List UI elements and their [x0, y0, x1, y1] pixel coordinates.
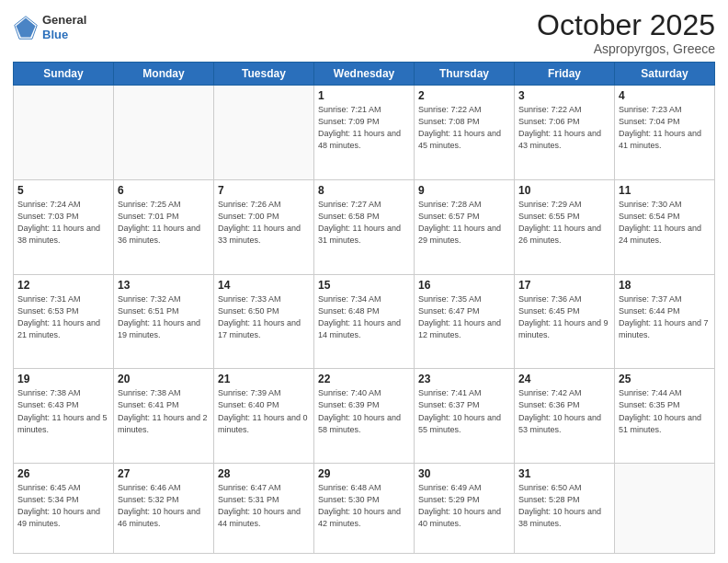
- day-info: Sunrise: 6:49 AM Sunset: 5:29 PM Dayligh…: [418, 482, 510, 530]
- table-row: 26Sunrise: 6:45 AM Sunset: 5:34 PM Dayli…: [14, 464, 114, 554]
- logo-general: General: [42, 13, 86, 27]
- day-number: 25: [619, 373, 711, 385]
- day-info: Sunrise: 7:44 AM Sunset: 6:35 PM Dayligh…: [619, 387, 711, 435]
- col-monday: Monday: [114, 63, 214, 86]
- day-number: 9: [418, 184, 510, 197]
- table-row: 15Sunrise: 7:34 AM Sunset: 6:48 PM Dayli…: [314, 274, 415, 369]
- table-row: 5Sunrise: 7:24 AM Sunset: 7:03 PM Daylig…: [14, 179, 114, 274]
- table-row: 7Sunrise: 7:26 AM Sunset: 7:00 PM Daylig…: [214, 179, 314, 274]
- day-info: Sunrise: 7:24 AM Sunset: 7:03 PM Dayligh…: [17, 199, 109, 247]
- day-number: 13: [118, 279, 210, 292]
- day-number: 22: [318, 373, 410, 385]
- table-row: [615, 464, 715, 554]
- day-info: Sunrise: 7:38 AM Sunset: 6:43 PM Dayligh…: [17, 387, 109, 435]
- col-wednesday: Wednesday: [314, 63, 415, 86]
- table-row: 16Sunrise: 7:35 AM Sunset: 6:47 PM Dayli…: [415, 274, 515, 369]
- day-number: 16: [418, 279, 510, 292]
- day-info: Sunrise: 7:33 AM Sunset: 6:50 PM Dayligh…: [218, 293, 310, 341]
- day-info: Sunrise: 7:22 AM Sunset: 7:08 PM Dayligh…: [418, 104, 510, 152]
- day-info: Sunrise: 7:36 AM Sunset: 6:45 PM Dayligh…: [518, 293, 610, 341]
- day-info: Sunrise: 7:41 AM Sunset: 6:37 PM Dayligh…: [418, 387, 510, 435]
- day-number: 23: [418, 373, 510, 385]
- table-row: 25Sunrise: 7:44 AM Sunset: 6:35 PM Dayli…: [615, 369, 715, 464]
- svg-marker-0: [17, 17, 36, 37]
- day-info: Sunrise: 7:39 AM Sunset: 6:40 PM Dayligh…: [218, 387, 310, 435]
- day-number: 14: [218, 279, 310, 292]
- table-row: 29Sunrise: 6:48 AM Sunset: 5:30 PM Dayli…: [314, 464, 415, 554]
- day-number: 19: [17, 373, 109, 385]
- table-row: 4Sunrise: 7:23 AM Sunset: 7:04 PM Daylig…: [615, 86, 715, 180]
- day-number: 4: [619, 89, 711, 102]
- day-info: Sunrise: 7:29 AM Sunset: 6:55 PM Dayligh…: [518, 199, 610, 247]
- table-row: 3Sunrise: 7:22 AM Sunset: 7:06 PM Daylig…: [515, 86, 615, 180]
- table-row: 24Sunrise: 7:42 AM Sunset: 6:36 PM Dayli…: [515, 369, 615, 464]
- day-number: 29: [318, 467, 410, 480]
- table-row: 13Sunrise: 7:32 AM Sunset: 6:51 PM Dayli…: [114, 274, 214, 369]
- day-info: Sunrise: 6:46 AM Sunset: 5:32 PM Dayligh…: [118, 482, 210, 530]
- day-info: Sunrise: 7:23 AM Sunset: 7:04 PM Dayligh…: [619, 104, 711, 152]
- day-number: 11: [619, 184, 711, 197]
- calendar-table: Sunday Monday Tuesday Wednesday Thursday…: [13, 62, 715, 554]
- day-number: 15: [318, 279, 410, 292]
- table-row: 2Sunrise: 7:22 AM Sunset: 7:08 PM Daylig…: [415, 86, 515, 180]
- day-number: 31: [518, 467, 610, 480]
- table-row: 14Sunrise: 7:33 AM Sunset: 6:50 PM Dayli…: [214, 274, 314, 369]
- table-row: 9Sunrise: 7:28 AM Sunset: 6:57 PM Daylig…: [415, 179, 515, 274]
- logo: General Blue: [13, 13, 86, 41]
- header: General Blue October 2025 Aspropyrgos, G…: [13, 9, 715, 56]
- month-title: October 2025: [537, 9, 715, 41]
- table-row: [214, 86, 314, 180]
- day-info: Sunrise: 7:32 AM Sunset: 6:51 PM Dayligh…: [118, 293, 210, 341]
- day-number: 8: [318, 184, 410, 197]
- day-number: 20: [118, 373, 210, 385]
- day-number: 24: [518, 373, 610, 385]
- day-info: Sunrise: 6:47 AM Sunset: 5:31 PM Dayligh…: [218, 482, 310, 530]
- day-info: Sunrise: 7:22 AM Sunset: 7:06 PM Dayligh…: [518, 104, 610, 152]
- day-number: 5: [17, 184, 109, 197]
- day-number: 28: [218, 467, 310, 480]
- table-row: 10Sunrise: 7:29 AM Sunset: 6:55 PM Dayli…: [515, 179, 615, 274]
- day-info: Sunrise: 7:37 AM Sunset: 6:44 PM Dayligh…: [619, 293, 711, 341]
- day-number: 2: [418, 89, 510, 102]
- day-info: Sunrise: 6:50 AM Sunset: 5:28 PM Dayligh…: [518, 482, 610, 530]
- col-tuesday: Tuesday: [214, 63, 314, 86]
- day-number: 27: [118, 467, 210, 480]
- calendar-week-row: 26Sunrise: 6:45 AM Sunset: 5:34 PM Dayli…: [14, 464, 715, 554]
- day-info: Sunrise: 7:31 AM Sunset: 6:53 PM Dayligh…: [17, 293, 109, 341]
- day-number: 30: [418, 467, 510, 480]
- day-number: 26: [17, 467, 109, 480]
- calendar-week-row: 5Sunrise: 7:24 AM Sunset: 7:03 PM Daylig…: [14, 179, 715, 274]
- day-info: Sunrise: 7:30 AM Sunset: 6:54 PM Dayligh…: [619, 199, 711, 247]
- calendar-week-row: 19Sunrise: 7:38 AM Sunset: 6:43 PM Dayli…: [14, 369, 715, 464]
- day-info: Sunrise: 7:38 AM Sunset: 6:41 PM Dayligh…: [118, 387, 210, 435]
- day-number: 7: [218, 184, 310, 197]
- col-friday: Friday: [515, 63, 615, 86]
- table-row: 11Sunrise: 7:30 AM Sunset: 6:54 PM Dayli…: [615, 179, 715, 274]
- logo-icon: [13, 15, 39, 40]
- table-row: 6Sunrise: 7:25 AM Sunset: 7:01 PM Daylig…: [114, 179, 214, 274]
- table-row: 31Sunrise: 6:50 AM Sunset: 5:28 PM Dayli…: [515, 464, 615, 554]
- day-number: 1: [318, 89, 410, 102]
- day-number: 12: [17, 279, 109, 292]
- calendar-week-row: 1Sunrise: 7:21 AM Sunset: 7:09 PM Daylig…: [14, 86, 715, 180]
- day-number: 3: [518, 89, 610, 102]
- logo-text: General Blue: [42, 13, 86, 41]
- table-row: 19Sunrise: 7:38 AM Sunset: 6:43 PM Dayli…: [14, 369, 114, 464]
- col-thursday: Thursday: [415, 63, 515, 86]
- day-number: 18: [619, 279, 711, 292]
- calendar-week-row: 12Sunrise: 7:31 AM Sunset: 6:53 PM Dayli…: [14, 274, 715, 369]
- day-info: Sunrise: 7:40 AM Sunset: 6:39 PM Dayligh…: [318, 387, 410, 435]
- calendar-header-row: Sunday Monday Tuesday Wednesday Thursday…: [14, 63, 715, 86]
- day-info: Sunrise: 7:28 AM Sunset: 6:57 PM Dayligh…: [418, 199, 510, 247]
- day-info: Sunrise: 7:35 AM Sunset: 6:47 PM Dayligh…: [418, 293, 510, 341]
- page-container: General Blue October 2025 Aspropyrgos, G…: [0, 0, 728, 563]
- table-row: 20Sunrise: 7:38 AM Sunset: 6:41 PM Dayli…: [114, 369, 214, 464]
- day-info: Sunrise: 7:26 AM Sunset: 7:00 PM Dayligh…: [218, 199, 310, 247]
- day-info: Sunrise: 7:34 AM Sunset: 6:48 PM Dayligh…: [318, 293, 410, 341]
- logo-blue: Blue: [42, 28, 68, 41]
- table-row: 27Sunrise: 6:46 AM Sunset: 5:32 PM Dayli…: [114, 464, 214, 554]
- col-saturday: Saturday: [615, 63, 715, 86]
- title-block: October 2025 Aspropyrgos, Greece: [537, 9, 715, 56]
- table-row: [114, 86, 214, 180]
- table-row: 8Sunrise: 7:27 AM Sunset: 6:58 PM Daylig…: [314, 179, 415, 274]
